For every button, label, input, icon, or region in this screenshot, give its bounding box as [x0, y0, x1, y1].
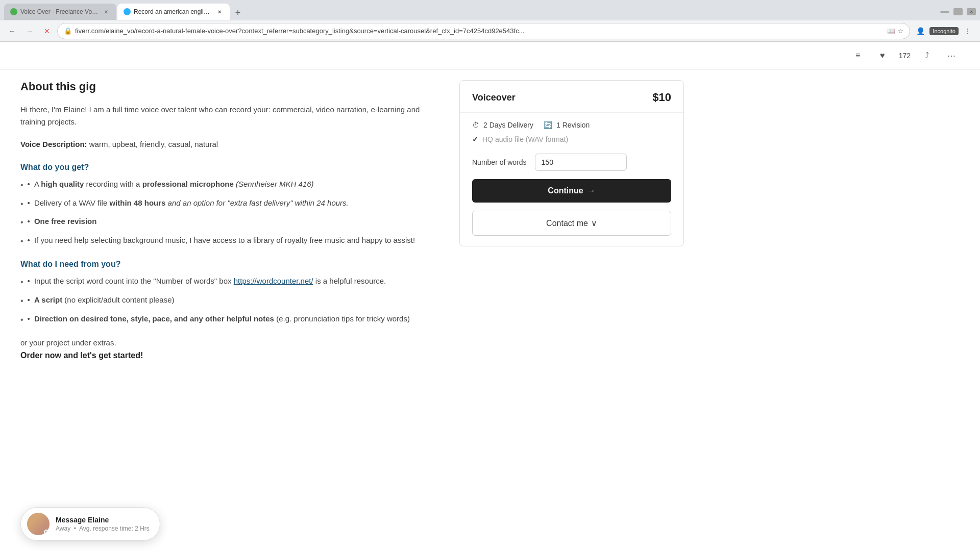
list-item: • A high quality recording with a profes… — [20, 178, 439, 192]
url-text: fiverr.com/elaine_vo/record-a-natural-fe… — [75, 27, 884, 35]
tab-1-close[interactable]: ✕ — [102, 8, 110, 16]
continue-button[interactable]: Continue → — [472, 179, 671, 203]
tab-2-favicon — [124, 8, 131, 15]
get-item-3: One free revision — [34, 215, 97, 228]
list-item: • A script (no explicit/adult content pl… — [20, 294, 439, 308]
message-name: Message Elaine — [56, 516, 150, 524]
reader-icon[interactable]: 📖 — [887, 27, 895, 35]
main-layout: About this gig Hi there, I'm Elaine! I a… — [0, 70, 980, 551]
voice-description: Voice Description: warm, upbeat, friendl… — [20, 138, 439, 151]
gig-card: Voiceover $10 ⏱ 2 Days Delivery 🔄 1 Revi… — [459, 80, 684, 246]
words-input[interactable] — [535, 154, 627, 171]
arrow-right-icon: → — [587, 186, 596, 195]
package-title: Voiceover — [472, 92, 516, 103]
tab-1-favicon — [10, 8, 17, 15]
tab-1-label: Voice Over - Freelance Voice A... — [20, 8, 99, 15]
lock-icon: 🔒 — [64, 27, 72, 35]
tab-2[interactable]: Record an american english fe... ✕ — [117, 4, 230, 20]
need-item-3: Direction on desired tone, style, pace, … — [34, 313, 410, 325]
response-time: Avg. response time: 2 Hrs — [79, 525, 150, 532]
need-item-2: A script (no explicit/adult content plea… — [34, 294, 175, 306]
tab-1[interactable]: Voice Over - Freelance Voice A... ✕ — [4, 4, 116, 20]
message-notification[interactable]: Message Elaine Away • Avg. response time… — [20, 507, 160, 541]
reload-button[interactable]: ✕ — [40, 24, 54, 38]
nav-bar: ← → ✕ 🔒 fiverr.com/elaine_vo/record-a-na… — [0, 20, 980, 42]
check-icon: ✓ — [472, 135, 478, 143]
incognito-badge: Incognito — [929, 27, 959, 35]
delivery-text: 2 Days Delivery — [483, 121, 533, 129]
bullet: • — [28, 234, 30, 246]
clock-icon: ⏱ — [472, 121, 479, 129]
avatar — [27, 513, 50, 535]
list-item: • Input the script word count into the "… — [20, 275, 439, 289]
delivery-feature: ⏱ 2 Days Delivery 🔄 1 Revision — [472, 121, 671, 129]
bookmark-icon[interactable]: ☆ — [897, 27, 903, 35]
hq-text: HQ audio file (WAV format) — [482, 135, 568, 143]
message-info: Message Elaine Away • Avg. response time… — [56, 516, 150, 532]
wordcounter-link[interactable]: https://wordcounter.net/ — [234, 277, 313, 285]
content-area: About this gig Hi there, I'm Elaine! I a… — [20, 70, 439, 551]
address-bar[interactable]: 🔒 fiverr.com/elaine_vo/record-a-natural-… — [57, 23, 910, 39]
like-count: 172 — [899, 52, 911, 60]
profile-button[interactable]: 👤 — [913, 24, 927, 38]
what-get-title: What do you get? — [20, 163, 439, 172]
bullet: • — [28, 197, 30, 209]
tab-2-close[interactable]: ✕ — [215, 8, 224, 16]
voice-desc-value: warm, upbeat, friendly, casual, natural — [87, 140, 218, 148]
bullet: • — [28, 294, 30, 306]
menu-icon-button[interactable]: ≡ — [850, 47, 866, 64]
away-status: Away — [56, 525, 70, 532]
refresh-icon: 🔄 — [544, 121, 552, 129]
settings-button[interactable]: ⋮ — [961, 24, 975, 38]
need-item-1: Input the script word count into the "Nu… — [34, 275, 386, 287]
message-meta: Away • Avg. response time: 2 Hrs — [56, 525, 150, 532]
what-need-title: What do I need from you? — [20, 260, 439, 269]
continue-label: Continue — [548, 186, 583, 195]
share-button[interactable]: ⤴ — [919, 47, 935, 64]
sidebar-area: Voiceover $10 ⏱ 2 Days Delivery 🔄 1 Revi… — [459, 70, 684, 551]
revision-text: 1 Revision — [556, 121, 590, 129]
new-tab-button[interactable]: + — [231, 6, 245, 20]
about-gig-title: About this gig — [20, 80, 439, 93]
address-bar-icons: 📖 ☆ — [887, 27, 903, 35]
what-need-list: • Input the script word count into the "… — [20, 275, 439, 326]
page-content: ≡ ♥ 172 ⤴ ⋯ About this gig Hi there, I'm… — [0, 42, 980, 551]
chevron-down-icon: ∨ — [591, 218, 597, 228]
menu-icon: ≡ — [855, 51, 860, 60]
about-intro: Hi there, I'm Elaine! I am a full time v… — [20, 104, 439, 128]
share-icon: ⤴ — [925, 51, 929, 60]
title-bar: Voice Over - Freelance Voice A... ✕ Reco… — [0, 0, 980, 20]
words-row: Number of words — [460, 152, 683, 179]
top-bar-strip: ≡ ♥ 172 ⤴ ⋯ — [0, 42, 980, 70]
heart-icon: ♥ — [880, 51, 885, 60]
top-bar-actions: ≡ ♥ 172 ⤴ ⋯ — [850, 47, 960, 64]
more-icon: ⋯ — [947, 51, 955, 61]
contact-me-button[interactable]: Contact me ∨ — [472, 211, 671, 236]
list-item: • Direction on desired tone, style, pace… — [20, 313, 439, 327]
list-item: • Delivery of a WAV file within 48 hours… — [20, 197, 439, 211]
close-button[interactable]: ✕ — [967, 8, 976, 15]
gig-card-features: ⏱ 2 Days Delivery 🔄 1 Revision ✓ HQ audi… — [460, 113, 683, 152]
bullet: • — [28, 215, 30, 228]
bullet: • — [28, 313, 30, 325]
get-item-4: If you need help selecting background mu… — [34, 234, 415, 246]
bullet: • — [28, 275, 30, 287]
forward-button[interactable]: → — [22, 24, 37, 38]
extras-text: or your project under extras. — [20, 338, 439, 347]
more-button[interactable]: ⋯ — [943, 47, 960, 64]
tab-2-label: Record an american english fe... — [134, 8, 212, 15]
get-item-2: Delivery of a WAV file within 48 hours a… — [34, 197, 349, 209]
like-button[interactable]: ♥ — [874, 47, 891, 64]
list-item: • If you need help selecting background … — [20, 234, 439, 248]
list-item: • One free revision — [20, 215, 439, 229]
minimize-button[interactable]: ─ — [940, 11, 949, 13]
bullet: • — [28, 178, 30, 190]
maximize-button[interactable] — [953, 8, 963, 15]
browser-chrome: Voice Over - Freelance Voice A... ✕ Reco… — [0, 0, 980, 42]
order-cta: Order now and let's get started! — [20, 351, 439, 360]
back-button[interactable]: ← — [5, 24, 19, 38]
tab-strip: Voice Over - Freelance Voice A... ✕ Reco… — [4, 4, 245, 20]
package-price: $10 — [652, 91, 671, 104]
status-indicator — [44, 530, 49, 535]
hq-feature: ✓ HQ audio file (WAV format) — [472, 135, 671, 143]
